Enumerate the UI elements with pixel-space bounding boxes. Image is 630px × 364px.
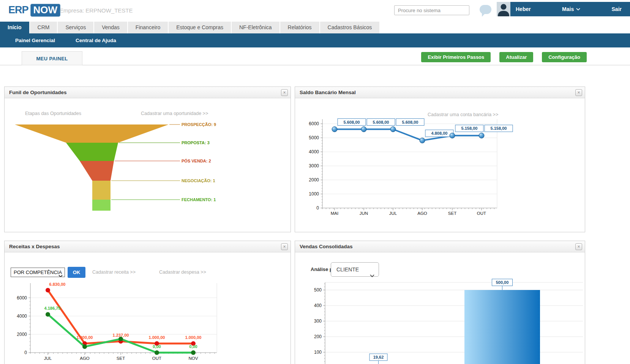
svg-text:6000: 6000 — [17, 295, 27, 301]
atualizar-button[interactable]: Atualizar — [499, 52, 533, 62]
close-icon[interactable]: × — [281, 243, 288, 250]
bar[interactable] — [464, 290, 540, 364]
svg-text:0: 0 — [24, 350, 27, 355]
funnel-stage-prospeccao[interactable] — [15, 124, 169, 143]
point-label: 5.608,00 — [402, 120, 418, 124]
competencia-select-value: POR COMPETÊNCIA — [14, 269, 62, 275]
cliente-select-value: CLIENTE — [336, 266, 359, 273]
data-point[interactable] — [420, 138, 425, 143]
chevron-down-icon — [370, 269, 374, 282]
svg-text:400: 400 — [314, 303, 322, 308]
main-nav: InícioCRMServiçosVendasFinanceiroEstoque… — [0, 22, 630, 33]
tab-meu-painel[interactable]: MEU PAINEL — [22, 51, 82, 65]
configuracao-button[interactable]: Configuração — [542, 52, 587, 62]
data-point[interactable] — [118, 337, 123, 341]
panel-vendas-consolidadas: Vendas Consolidadas × 10020030040050019,… — [295, 241, 585, 364]
erpnow-logo[interactable]: ERPNOW — [8, 4, 60, 17]
logout-link[interactable]: Sair — [612, 6, 622, 12]
more-label: Mais — [562, 6, 574, 12]
panel-body: Cadastrar uma conta bancária >> 01000200… — [295, 98, 585, 232]
svg-text:500: 500 — [314, 287, 322, 293]
data-point[interactable] — [450, 133, 455, 138]
main-nav-tab-nf-eletronica[interactable]: NF-Eletrônica — [232, 22, 279, 33]
data-point[interactable] — [361, 127, 366, 132]
panel-receitas-despesas: Receitas x Despesas × 0200040006000JULAG… — [4, 241, 291, 364]
svg-text:4000: 4000 — [17, 314, 27, 319]
close-icon[interactable]: × — [281, 89, 288, 96]
data-point[interactable] — [390, 127, 396, 132]
funnel-stage-negociacao[interactable] — [92, 181, 111, 200]
top-bar: ERPNOW Empresa: ERPNOW_TESTE Heber Mais … — [0, 0, 630, 22]
svg-text:0: 0 — [316, 205, 319, 211]
user-bar: Heber Mais Sair — [510, 2, 630, 16]
funnel-stage-label: FECHAMENTO: 1 — [182, 197, 216, 202]
cadastrar-receita-link[interactable]: Cadastrar receita >> — [92, 269, 136, 275]
chat-bubble-icon[interactable] — [480, 5, 491, 14]
panel-title: Vendas Consolidadas — [295, 241, 585, 252]
bar-label: 19,62 — [373, 355, 384, 359]
x-axis-label: OUT — [477, 211, 486, 216]
data-point[interactable] — [46, 312, 50, 317]
logo-now-badge: NOW — [30, 4, 61, 17]
saldo-line-chart: 0100020003000400050006000MAIJUNJULAGOSET… — [295, 98, 585, 232]
point-label: 4.808,00 — [431, 131, 448, 136]
main-nav-tab-relatorios[interactable]: Relatórios — [280, 22, 319, 33]
panel-body: 0200040006000JULAGOSETOUTNOV6.830,001.00… — [5, 252, 291, 364]
chevron-down-icon — [58, 271, 63, 277]
data-point[interactable] — [332, 127, 337, 132]
dashboard: Funil de Oportunidades × Etapas das Opor… — [0, 65, 630, 364]
competencia-select[interactable]: POR COMPETÊNCIA — [11, 268, 65, 277]
x-axis-label: JUL — [44, 356, 52, 361]
data-point[interactable] — [479, 133, 484, 138]
panel-saldo-bancario: Saldo Bancário Mensal × Cadastrar uma co… — [295, 87, 585, 232]
subnav-item-central-de-ajuda[interactable]: Central de Ajuda — [65, 38, 126, 43]
toolbar-buttons: Exibir Primeiros PassosAtualizarConfigur… — [421, 52, 587, 62]
exibir-primeiros-passos-button[interactable]: Exibir Primeiros Passos — [421, 52, 491, 62]
funnel-stage-label: PÓS VENDA: 2 — [182, 159, 211, 163]
point-label: 6.830,00 — [49, 282, 66, 287]
funnel-stage-proposta[interactable] — [66, 143, 118, 161]
funnel-stage-fechamento[interactable] — [92, 200, 111, 211]
funnel-stage-label: NEGOCIAÇÃO: 1 — [182, 178, 215, 183]
svg-text:5000: 5000 — [309, 135, 319, 140]
user-name: Heber — [516, 6, 531, 12]
main-nav-tab-inicio[interactable]: Início — [0, 22, 29, 33]
chevron-down-icon — [576, 8, 580, 11]
funnel-stage-pos-venda[interactable] — [80, 161, 114, 181]
data-point[interactable] — [191, 350, 196, 355]
cliente-select[interactable]: CLIENTE — [331, 262, 379, 277]
panel-title: Funil de Oportunidades — [5, 87, 291, 98]
ok-button[interactable]: OK — [68, 267, 85, 278]
cadastrar-despesa-link[interactable]: Cadastrar despesa >> — [159, 269, 206, 275]
funnel-stage-label: PROPOSTA: 3 — [182, 140, 210, 145]
close-icon[interactable]: × — [575, 243, 582, 250]
svg-text:1000: 1000 — [309, 191, 319, 197]
search-input[interactable] — [394, 5, 469, 15]
data-point[interactable] — [82, 344, 87, 349]
data-point[interactable] — [46, 288, 50, 293]
subnav-item-painel-gerencial[interactable]: Painel Gerencial — [5, 38, 65, 43]
person-icon — [497, 2, 510, 16]
x-axis-label: SET — [448, 211, 456, 216]
main-nav-tab-cadastros-basicos[interactable]: Cadastros Básicos — [320, 22, 380, 33]
funnel-stage-label: PROSPECÇÃO: 9 — [182, 122, 216, 127]
main-nav-tab-financeiro[interactable]: Financeiro — [128, 22, 168, 33]
point-label: 0,00 — [153, 344, 161, 349]
svg-text:2000: 2000 — [309, 177, 319, 183]
avatar[interactable] — [497, 2, 510, 16]
main-nav-tab-servicos[interactable]: Serviços — [58, 22, 93, 33]
main-nav-tab-estoque-e-compras[interactable]: Estoque e Compras — [169, 22, 231, 33]
x-axis-label: JUN — [360, 211, 368, 216]
main-nav-tab-vendas[interactable]: Vendas — [94, 22, 127, 33]
svg-text:4000: 4000 — [309, 149, 319, 154]
more-menu[interactable]: Mais — [562, 6, 580, 12]
panel-header: Vendas Consolidadas × — [295, 241, 585, 252]
svg-text:200: 200 — [314, 334, 322, 339]
main-nav-tab-crm[interactable]: CRM — [30, 22, 57, 33]
panel-funil-oportunidades: Funil de Oportunidades × Etapas das Opor… — [4, 87, 291, 232]
data-point[interactable] — [155, 350, 159, 355]
x-axis-label: JUL — [389, 211, 397, 216]
x-axis-label: AGO — [80, 356, 90, 361]
close-icon[interactable]: × — [575, 89, 582, 96]
panel-body: Etapas das Oportunidades Cadastrar uma o… — [5, 98, 291, 232]
